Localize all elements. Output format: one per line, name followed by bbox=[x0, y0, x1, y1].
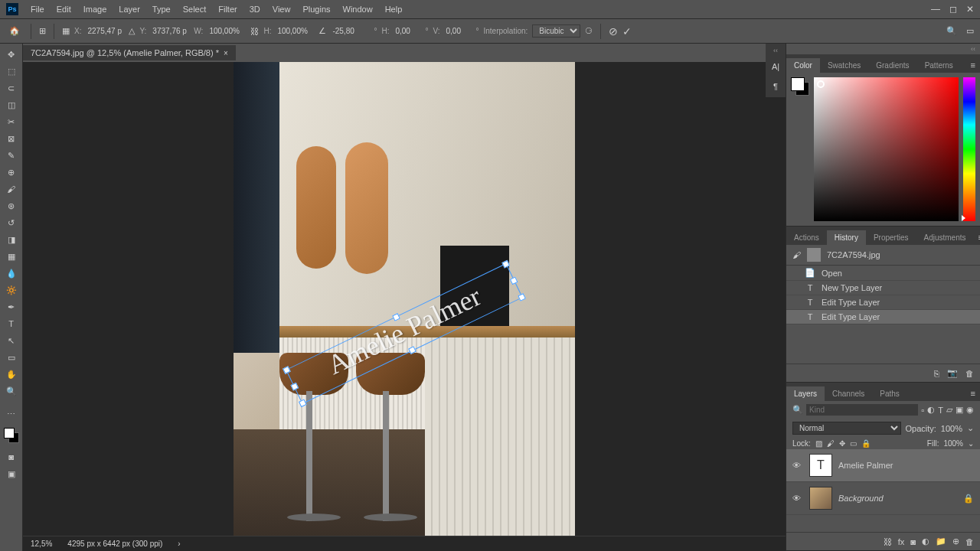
layer-filter-input[interactable] bbox=[806, 404, 918, 416]
layer-name[interactable]: Amelie Palmer bbox=[838, 461, 893, 470]
lock-artboard-icon[interactable]: ▭ bbox=[850, 439, 857, 448]
workspace-icon[interactable]: ▭ bbox=[966, 26, 974, 36]
zoom-tool[interactable]: 🔍 bbox=[2, 383, 21, 399]
new-document-icon[interactable]: ⎘ bbox=[934, 369, 939, 378]
brush-tool[interactable]: 🖌 bbox=[2, 181, 21, 197]
tab-actions[interactable]: Actions bbox=[786, 230, 827, 245]
expand-panels-icon[interactable]: ‹‹ bbox=[773, 47, 778, 54]
character-panel-icon[interactable]: A| bbox=[768, 59, 783, 74]
w-input[interactable] bbox=[207, 25, 246, 37]
menu-3d[interactable]: 3D bbox=[243, 5, 266, 14]
stamp-tool[interactable]: ⊛ bbox=[2, 198, 21, 214]
tab-color[interactable]: Color bbox=[786, 58, 820, 73]
filter-type-icon[interactable]: T bbox=[938, 406, 943, 415]
menu-filter[interactable]: Filter bbox=[212, 5, 243, 14]
home-icon[interactable]: 🏠 bbox=[6, 23, 23, 39]
move-tool[interactable]: ✥ bbox=[2, 47, 21, 62]
angle-input[interactable] bbox=[331, 25, 369, 37]
menu-image[interactable]: Image bbox=[77, 5, 113, 14]
search-icon[interactable]: 🔍 bbox=[946, 26, 957, 36]
tab-gradients[interactable]: Gradients bbox=[868, 58, 916, 73]
tab-swatches[interactable]: Swatches bbox=[820, 58, 868, 73]
reference-point-icon[interactable]: ▦ bbox=[62, 26, 70, 36]
close-icon[interactable]: ✕ bbox=[966, 4, 974, 15]
y-input[interactable] bbox=[151, 25, 189, 37]
quickmask-icon[interactable]: ◙ bbox=[2, 449, 21, 465]
skew-h-input[interactable] bbox=[394, 25, 420, 37]
layer-mask-icon[interactable]: ◙ bbox=[910, 537, 916, 546]
new-snapshot-icon[interactable]: 📷 bbox=[947, 368, 958, 378]
marquee-tool[interactable]: ⬚ bbox=[2, 64, 21, 79]
lock-pixels-icon[interactable]: 🖌 bbox=[827, 439, 835, 448]
color-field[interactable] bbox=[814, 77, 959, 221]
type-tool[interactable]: T bbox=[2, 316, 21, 331]
blur-tool[interactable]: 💧 bbox=[2, 266, 21, 281]
menu-file[interactable]: File bbox=[24, 5, 51, 14]
layer-item[interactable]: 👁 T Amelie Palmer bbox=[786, 449, 980, 482]
lock-transparency-icon[interactable]: ▨ bbox=[815, 439, 822, 448]
blend-mode-select[interactable]: Normal bbox=[792, 422, 901, 435]
x-input[interactable] bbox=[86, 25, 124, 37]
delete-layer-icon[interactable]: 🗑 bbox=[965, 537, 974, 546]
layer-item[interactable]: 👁 Background 🔒 bbox=[786, 482, 980, 515]
transform-handle-ml[interactable] bbox=[291, 382, 299, 390]
delta-icon[interactable]: △ bbox=[129, 26, 135, 36]
zoom-level[interactable]: 12,5% bbox=[31, 540, 52, 548]
menu-edit[interactable]: Edit bbox=[51, 5, 77, 14]
history-item[interactable]: T New Type Layer bbox=[786, 281, 980, 295]
new-layer-icon[interactable]: ⊕ bbox=[952, 536, 959, 546]
pen-tool[interactable]: ✒ bbox=[2, 299, 21, 315]
layer-fx-icon[interactable]: fx bbox=[898, 537, 905, 546]
eyedropper-tool[interactable]: ✎ bbox=[2, 148, 21, 163]
maximize-icon[interactable]: ◻ bbox=[949, 4, 957, 15]
healing-tool[interactable]: ⊕ bbox=[2, 165, 21, 180]
filter-pixel-icon[interactable]: ▫ bbox=[921, 406, 924, 415]
object-select-tool[interactable]: ◫ bbox=[2, 97, 21, 112]
menu-layer[interactable]: Layer bbox=[113, 5, 146, 14]
history-item[interactable]: 📄 Open bbox=[786, 266, 980, 281]
history-document-state[interactable]: 🖌 7C2A7594.jpg bbox=[786, 245, 980, 266]
lock-all-icon[interactable]: 🔒 bbox=[861, 439, 871, 448]
delete-state-icon[interactable]: 🗑 bbox=[965, 369, 974, 378]
cancel-transform-icon[interactable]: ⊘ bbox=[609, 25, 618, 37]
paragraph-panel-icon[interactable]: ¶ bbox=[768, 79, 783, 94]
eraser-tool[interactable]: ◨ bbox=[2, 232, 21, 247]
opacity-value[interactable]: 100% bbox=[941, 424, 962, 433]
hue-slider[interactable] bbox=[963, 77, 975, 221]
doc-dimensions[interactable]: 4295 px x 6442 px (300 ppi) bbox=[67, 540, 162, 548]
link-layers-icon[interactable]: ⛓ bbox=[884, 537, 892, 546]
visibility-icon[interactable]: 👁 bbox=[792, 461, 803, 470]
minimize-icon[interactable]: — bbox=[931, 4, 940, 15]
menu-select[interactable]: Select bbox=[177, 5, 213, 14]
history-brush-tool[interactable]: ↺ bbox=[2, 215, 21, 230]
filter-smart-icon[interactable]: ▣ bbox=[956, 405, 963, 415]
menu-help[interactable]: Help bbox=[379, 5, 409, 14]
gradient-tool[interactable]: ▦ bbox=[2, 249, 21, 264]
frame-tool[interactable]: ⊠ bbox=[2, 131, 21, 146]
filter-toggle-icon[interactable]: ◉ bbox=[966, 405, 974, 415]
color-picker-indicator[interactable] bbox=[817, 80, 825, 88]
tab-adjustments[interactable]: Adjustments bbox=[916, 230, 974, 245]
skew-v-input[interactable] bbox=[444, 25, 471, 37]
lasso-tool[interactable]: ⊂ bbox=[2, 80, 21, 96]
history-item[interactable]: T Edit Type Layer bbox=[786, 310, 980, 324]
interpolation-select[interactable]: Bicubic bbox=[532, 24, 580, 37]
tab-layers[interactable]: Layers bbox=[786, 386, 825, 401]
link-icon[interactable]: ⛓ bbox=[250, 27, 259, 36]
panel-menu-icon[interactable]: ≡ bbox=[966, 386, 980, 401]
edit-toolbar-icon[interactable]: ⋯ bbox=[2, 406, 21, 422]
color-fg-bg-swatch[interactable] bbox=[791, 77, 809, 96]
tab-channels[interactable]: Channels bbox=[825, 386, 872, 401]
commit-transform-icon[interactable]: ✓ bbox=[622, 25, 632, 37]
statusbar-chevron-icon[interactable]: › bbox=[178, 540, 180, 548]
canvas-viewport[interactable]: Amelie Palmer bbox=[23, 62, 786, 536]
color-swatch[interactable] bbox=[4, 428, 19, 443]
hand-tool[interactable]: ✋ bbox=[2, 367, 21, 382]
tab-paths[interactable]: Paths bbox=[872, 386, 907, 401]
fill-value[interactable]: 100% bbox=[943, 439, 963, 448]
collapse-panels-icon[interactable]: ‹‹ bbox=[786, 44, 980, 54]
close-tab-icon[interactable]: × bbox=[224, 49, 228, 57]
crop-tool[interactable]: ✂ bbox=[2, 114, 21, 129]
panel-menu-icon[interactable]: ≡ bbox=[974, 230, 980, 245]
adjustment-layer-icon[interactable]: ◐ bbox=[922, 536, 929, 546]
